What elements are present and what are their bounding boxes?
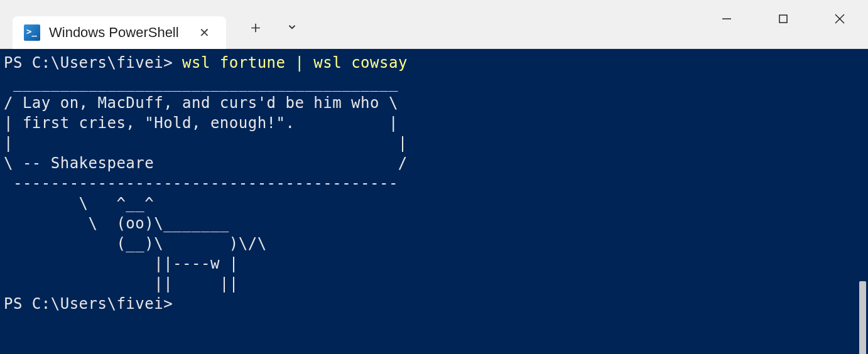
powershell-icon: [24, 24, 40, 41]
output-line: ----------------------------------------…: [4, 174, 398, 192]
maximize-button[interactable]: [755, 0, 811, 38]
titlebar-actions: ＋: [239, 13, 307, 42]
tab-dropdown-button[interactable]: [278, 14, 307, 41]
terminal-area[interactable]: PS C:\Users\fivei> wsl fortune | wsl cow…: [0, 49, 868, 354]
prompt-1: PS C:\Users\fivei>: [4, 54, 173, 72]
output-line: \ (oo)\_______: [4, 215, 229, 232]
svg-rect-1: [779, 15, 787, 23]
output-line: || ||: [4, 275, 239, 292]
tab-title: Windows PowerShell: [49, 24, 185, 41]
titlebar: Windows PowerShell ✕ ＋: [0, 0, 868, 49]
close-tab-button[interactable]: ✕: [194, 23, 215, 43]
output-line: ||----w |: [4, 255, 239, 272]
tab-powershell[interactable]: Windows PowerShell ✕: [13, 16, 226, 49]
prompt-line-1: PS C:\Users\fivei> wsl fortune | wsl cow…: [4, 54, 408, 72]
output-line: \ ^__^: [4, 195, 154, 212]
new-tab-button[interactable]: ＋: [239, 13, 273, 42]
output-line: \ -- Shakespeare /: [4, 154, 408, 172]
minimize-button[interactable]: [698, 0, 755, 38]
output-line: / Lay on, MacDuff, and curs'd be him who…: [4, 94, 398, 112]
prompt-2: PS C:\Users\fivei>: [4, 295, 173, 313]
output-line: (__)\ )\/\: [4, 235, 267, 252]
command-text: wsl fortune | wsl cowsay: [182, 54, 408, 72]
window-controls: [698, 0, 868, 38]
output-line: | first cries, "Hold, enough!". |: [4, 114, 398, 132]
close-window-button[interactable]: [811, 0, 868, 38]
output-line: | |: [4, 134, 408, 152]
scrollbar-thumb[interactable]: [859, 281, 866, 354]
output-line: ________________________________________…: [4, 74, 398, 92]
terminal-content: PS C:\Users\fivei> wsl fortune | wsl cow…: [4, 53, 868, 314]
